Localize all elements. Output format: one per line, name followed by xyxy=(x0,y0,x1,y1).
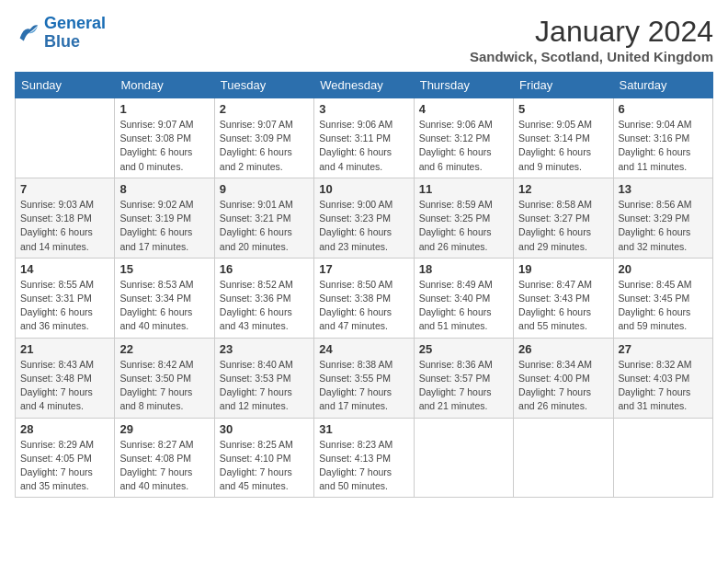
day-info: Sunrise: 9:00 AMSunset: 3:23 PMDaylight:… xyxy=(319,198,408,254)
logo: General Blue xyxy=(15,15,106,52)
logo-general: General xyxy=(44,14,106,32)
header-cell-tuesday: Tuesday xyxy=(214,73,313,98)
calendar-title: January 2024 xyxy=(470,15,713,49)
day-number: 12 xyxy=(518,182,608,196)
day-cell: 13Sunrise: 8:56 AMSunset: 3:29 PMDayligh… xyxy=(613,178,712,258)
day-number: 31 xyxy=(319,422,408,436)
day-cell: 1Sunrise: 9:07 AMSunset: 3:08 PMDaylight… xyxy=(115,98,214,178)
day-cell: 29Sunrise: 8:27 AMSunset: 4:08 PMDayligh… xyxy=(115,418,214,498)
day-number: 4 xyxy=(419,102,508,116)
day-number: 11 xyxy=(419,182,508,196)
day-number: 13 xyxy=(619,182,708,196)
header-cell-thursday: Thursday xyxy=(414,73,513,98)
day-number: 27 xyxy=(619,342,708,356)
day-cell: 14Sunrise: 8:55 AMSunset: 3:31 PMDayligh… xyxy=(16,258,115,338)
day-info: Sunrise: 8:25 AMSunset: 4:10 PMDaylight:… xyxy=(220,438,309,494)
day-number: 23 xyxy=(220,342,309,356)
day-info: Sunrise: 9:04 AMSunset: 3:16 PMDaylight:… xyxy=(619,118,708,174)
header-cell-saturday: Saturday xyxy=(613,73,712,98)
day-number: 17 xyxy=(319,262,408,276)
day-cell: 27Sunrise: 8:32 AMSunset: 4:03 PMDayligh… xyxy=(613,338,712,418)
day-cell: 8Sunrise: 9:02 AMSunset: 3:19 PMDaylight… xyxy=(115,178,214,258)
day-number: 18 xyxy=(419,262,508,276)
day-info: Sunrise: 8:59 AMSunset: 3:25 PMDaylight:… xyxy=(419,198,508,254)
day-info: Sunrise: 8:58 AMSunset: 3:27 PMDaylight:… xyxy=(518,198,608,254)
day-number: 9 xyxy=(220,182,309,196)
day-cell: 19Sunrise: 8:47 AMSunset: 3:43 PMDayligh… xyxy=(514,258,613,338)
header-cell-sunday: Sunday xyxy=(16,73,115,98)
day-info: Sunrise: 8:43 AMSunset: 3:48 PMDaylight:… xyxy=(20,358,109,414)
day-cell xyxy=(514,418,613,498)
day-info: Sunrise: 8:49 AMSunset: 3:40 PMDaylight:… xyxy=(419,278,508,334)
day-info: Sunrise: 8:36 AMSunset: 3:57 PMDaylight:… xyxy=(419,358,508,414)
week-row-4: 21Sunrise: 8:43 AMSunset: 3:48 PMDayligh… xyxy=(16,338,713,418)
day-number: 7 xyxy=(20,182,109,196)
day-cell: 15Sunrise: 8:53 AMSunset: 3:34 PMDayligh… xyxy=(115,258,214,338)
day-cell: 12Sunrise: 8:58 AMSunset: 3:27 PMDayligh… xyxy=(514,178,613,258)
day-info: Sunrise: 8:32 AMSunset: 4:03 PMDaylight:… xyxy=(619,358,708,414)
week-row-1: 1Sunrise: 9:07 AMSunset: 3:08 PMDaylight… xyxy=(16,98,713,178)
day-number: 28 xyxy=(20,422,109,436)
day-info: Sunrise: 8:23 AMSunset: 4:13 PMDaylight:… xyxy=(319,438,408,494)
week-row-2: 7Sunrise: 9:03 AMSunset: 3:18 PMDaylight… xyxy=(16,178,713,258)
day-cell: 7Sunrise: 9:03 AMSunset: 3:18 PMDaylight… xyxy=(16,178,115,258)
day-cell: 18Sunrise: 8:49 AMSunset: 3:40 PMDayligh… xyxy=(414,258,513,338)
day-number: 14 xyxy=(20,262,109,276)
page-header: General Blue January 2024 Sandwick, Scot… xyxy=(15,15,713,64)
day-info: Sunrise: 9:06 AMSunset: 3:11 PMDaylight:… xyxy=(319,118,408,174)
day-number: 8 xyxy=(119,182,209,196)
day-cell: 21Sunrise: 8:43 AMSunset: 3:48 PMDayligh… xyxy=(16,338,115,418)
day-cell: 17Sunrise: 8:50 AMSunset: 3:38 PMDayligh… xyxy=(314,258,414,338)
logo-icon xyxy=(15,20,40,46)
day-number: 26 xyxy=(518,342,608,356)
day-info: Sunrise: 8:38 AMSunset: 3:55 PMDaylight:… xyxy=(319,358,408,414)
day-number: 22 xyxy=(119,342,209,356)
day-number: 25 xyxy=(419,342,508,356)
day-cell: 6Sunrise: 9:04 AMSunset: 3:16 PMDaylight… xyxy=(613,98,712,178)
day-info: Sunrise: 8:40 AMSunset: 3:53 PMDaylight:… xyxy=(220,358,309,414)
day-info: Sunrise: 8:27 AMSunset: 4:08 PMDaylight:… xyxy=(119,438,209,494)
day-cell: 4Sunrise: 9:06 AMSunset: 3:12 PMDaylight… xyxy=(414,98,513,178)
day-number: 6 xyxy=(619,102,708,116)
day-number: 3 xyxy=(319,102,408,116)
header-cell-monday: Monday xyxy=(115,73,214,98)
day-number: 24 xyxy=(319,342,408,356)
week-row-3: 14Sunrise: 8:55 AMSunset: 3:31 PMDayligh… xyxy=(16,258,713,338)
day-cell: 20Sunrise: 8:45 AMSunset: 3:45 PMDayligh… xyxy=(613,258,712,338)
day-info: Sunrise: 9:06 AMSunset: 3:12 PMDaylight:… xyxy=(419,118,508,174)
day-cell: 23Sunrise: 8:40 AMSunset: 3:53 PMDayligh… xyxy=(214,338,313,418)
day-cell xyxy=(613,418,712,498)
day-number: 5 xyxy=(518,102,608,116)
day-number: 30 xyxy=(220,422,309,436)
day-number: 15 xyxy=(119,262,209,276)
day-cell: 31Sunrise: 8:23 AMSunset: 4:13 PMDayligh… xyxy=(314,418,414,498)
day-cell: 2Sunrise: 9:07 AMSunset: 3:09 PMDaylight… xyxy=(214,98,313,178)
day-number: 10 xyxy=(319,182,408,196)
day-info: Sunrise: 8:47 AMSunset: 3:43 PMDaylight:… xyxy=(518,278,608,334)
day-info: Sunrise: 9:02 AMSunset: 3:19 PMDaylight:… xyxy=(119,198,209,254)
day-cell: 25Sunrise: 8:36 AMSunset: 3:57 PMDayligh… xyxy=(414,338,513,418)
day-info: Sunrise: 9:07 AMSunset: 3:08 PMDaylight:… xyxy=(119,118,209,174)
day-cell: 24Sunrise: 8:38 AMSunset: 3:55 PMDayligh… xyxy=(314,338,414,418)
header-row: SundayMondayTuesdayWednesdayThursdayFrid… xyxy=(16,73,713,98)
day-number: 19 xyxy=(518,262,608,276)
day-info: Sunrise: 8:34 AMSunset: 4:00 PMDaylight:… xyxy=(518,358,608,414)
day-cell xyxy=(16,98,115,178)
day-info: Sunrise: 9:03 AMSunset: 3:18 PMDaylight:… xyxy=(20,198,109,254)
day-cell: 10Sunrise: 9:00 AMSunset: 3:23 PMDayligh… xyxy=(314,178,414,258)
calendar-table: SundayMondayTuesdayWednesdayThursdayFrid… xyxy=(15,72,713,498)
day-number: 29 xyxy=(119,422,209,436)
day-info: Sunrise: 8:42 AMSunset: 3:50 PMDaylight:… xyxy=(119,358,209,414)
day-cell: 16Sunrise: 8:52 AMSunset: 3:36 PMDayligh… xyxy=(214,258,313,338)
day-number: 21 xyxy=(20,342,109,356)
logo-text: General Blue xyxy=(44,15,106,52)
day-info: Sunrise: 8:53 AMSunset: 3:34 PMDaylight:… xyxy=(119,278,209,334)
week-row-5: 28Sunrise: 8:29 AMSunset: 4:05 PMDayligh… xyxy=(16,418,713,498)
day-number: 20 xyxy=(619,262,708,276)
day-info: Sunrise: 9:01 AMSunset: 3:21 PMDaylight:… xyxy=(220,198,309,254)
day-info: Sunrise: 8:50 AMSunset: 3:38 PMDaylight:… xyxy=(319,278,408,334)
day-cell: 30Sunrise: 8:25 AMSunset: 4:10 PMDayligh… xyxy=(214,418,313,498)
day-cell: 26Sunrise: 8:34 AMSunset: 4:00 PMDayligh… xyxy=(514,338,613,418)
header-cell-wednesday: Wednesday xyxy=(314,73,414,98)
day-info: Sunrise: 8:56 AMSunset: 3:29 PMDaylight:… xyxy=(619,198,708,254)
